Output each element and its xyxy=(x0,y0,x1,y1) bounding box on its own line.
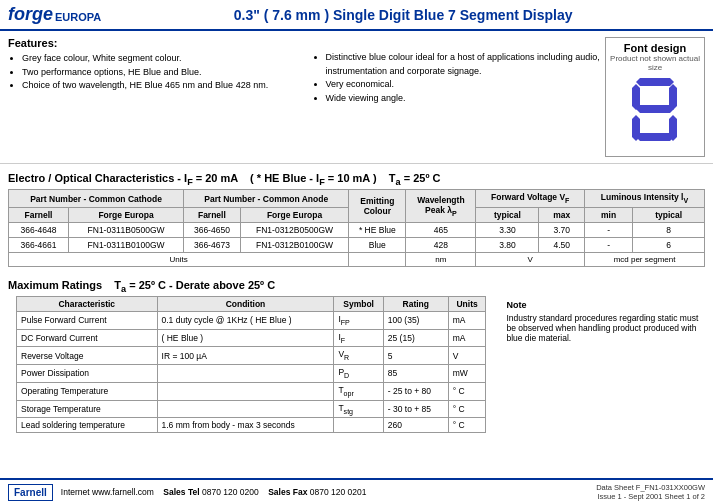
cell-farnell-2-2: 366-4673 xyxy=(184,237,241,252)
cell-forge-1-2: FN1-0312B0500GW xyxy=(240,222,349,237)
features-right: Distinctive blue colour ideal for a host… xyxy=(302,37,606,157)
footer-tel-label: Sales Tel xyxy=(163,487,199,497)
features-section: Features: Grey face colour, White segmen… xyxy=(0,31,713,164)
max-sym-5: Tstg xyxy=(334,400,383,418)
units-row: Units nm V mcd per segment xyxy=(9,252,705,266)
max-cond-2: IR = 100 µA xyxy=(157,347,334,365)
col-header-common-anode: Part Number - Common Anode xyxy=(184,190,349,208)
page-header: forge EUROPA 0.3" ( 7.6 mm ) Single Digi… xyxy=(0,0,713,31)
cell-lv-min-2: - xyxy=(585,237,633,252)
max-cond-0: 0.1 duty cycle @ 1KHz ( HE Blue ) xyxy=(157,312,334,330)
max-char-6: Lead soldering temperature xyxy=(17,418,158,433)
cell-farnell-2-1: 366-4661 xyxy=(9,237,69,252)
feature-item-4: Distinctive blue colour ideal for a host… xyxy=(326,51,606,78)
max-units-1: mA xyxy=(448,329,486,347)
max-rating-3: 85 xyxy=(383,365,448,383)
col-header-emitting: EmittingColour xyxy=(349,190,406,223)
page-footer: Farnell Internet www.farnell.com Sales T… xyxy=(0,478,713,504)
col-header-wavelength: WavelengthPeak λP xyxy=(406,190,476,223)
cell-lv-min-1: - xyxy=(585,222,633,237)
footer-datasheet: Data Sheet F_FN1-031XX00GW xyxy=(596,483,705,492)
cell-vf-typ-2: 3.80 xyxy=(476,237,539,252)
footer-internet-url: www.farnell.com xyxy=(92,487,154,497)
col-header-vf-typical: typical xyxy=(476,207,539,222)
max-col-condition: Condition xyxy=(157,297,334,312)
max-char-3: Power Dissipation xyxy=(17,365,158,383)
note-col: Note Industry standard procedures regard… xyxy=(502,296,705,433)
col-header-luminous: Luminous Intensity lV xyxy=(585,190,705,208)
cell-forge-2-2: FN1-0312B0100GW xyxy=(240,237,349,252)
table-row: Pulse Forward Current 0.1 duty cycle @ 1… xyxy=(17,312,486,330)
units-v: V xyxy=(476,252,585,266)
electro-section-title: Electro / Optical Characteristics - IF =… xyxy=(0,168,713,189)
max-cond-1: ( HE Blue ) xyxy=(157,329,334,347)
max-col-characteristic: Characteristic xyxy=(17,297,158,312)
max-ratings-section: Characteristic Condition Symbol Rating U… xyxy=(0,296,713,433)
cell-forge-2-1: FN1-0311B0100GW xyxy=(69,237,184,252)
svg-marker-6 xyxy=(636,133,674,141)
col-header-forge-1: Forge Europa xyxy=(69,207,184,222)
max-char-1: DC Forward Current xyxy=(17,329,158,347)
max-cond-6: 1.6 mm from body - max 3 seconds xyxy=(157,418,334,433)
max-ratings-table: Characteristic Condition Symbol Rating U… xyxy=(16,296,486,433)
units-label: Units xyxy=(9,252,349,266)
max-col-units: Units xyxy=(448,297,486,312)
table-row: Operating Temperature Topr - 25 to + 80 … xyxy=(17,382,486,400)
font-design-title: Font design xyxy=(624,42,686,54)
max-ratings-col: Characteristic Condition Symbol Rating U… xyxy=(8,296,494,433)
col-header-common-cathode: Part Number - Common Cathode xyxy=(9,190,184,208)
max-char-4: Operating Temperature xyxy=(17,382,158,400)
cell-vf-typ-1: 3.30 xyxy=(476,222,539,237)
max-units-2: V xyxy=(448,347,486,365)
table-row: Storage Temperature Tstg - 30 to + 85 ° … xyxy=(17,400,486,418)
col-header-forge-2: Forge Europa xyxy=(240,207,349,222)
note-heading: Note xyxy=(506,300,701,310)
max-sym-1: IF xyxy=(334,329,383,347)
cell-farnell-1-2: 366-4650 xyxy=(184,222,241,237)
cell-forge-1-1: FN1-0311B0500GW xyxy=(69,222,184,237)
table-row: Power Dissipation PD 85 mW xyxy=(17,365,486,383)
svg-marker-3 xyxy=(636,105,674,113)
footer-issue: Issue 1 - Sept 2001 Sheet 1 of 2 xyxy=(596,492,705,501)
table-row: DC Forward Current ( HE Blue ) IF 25 (15… xyxy=(17,329,486,347)
max-units-6: ° C xyxy=(448,418,486,433)
col-header-forward-voltage: Forward Voltage VF xyxy=(476,190,585,208)
col-header-farnell-1: Farnell xyxy=(9,207,69,222)
font-design-subtitle: Product not shown actual size xyxy=(610,54,700,72)
max-char-0: Pulse Forward Current xyxy=(17,312,158,330)
max-rating-5: - 30 to + 85 xyxy=(383,400,448,418)
footer-fax: 0870 120 0201 xyxy=(310,487,367,497)
feature-item-3: Choice of two wavelength, HE Blue 465 nm… xyxy=(22,79,302,93)
max-units-4: ° C xyxy=(448,382,486,400)
col-header-lv-min: min xyxy=(585,207,633,222)
max-col-rating: Rating xyxy=(383,297,448,312)
max-units-5: ° C xyxy=(448,400,486,418)
cell-lv-typ-2: 6 xyxy=(633,237,705,252)
units-nm: nm xyxy=(406,252,476,266)
cell-farnell-1-1: 366-4648 xyxy=(9,222,69,237)
cell-wavelength-1: 465 xyxy=(406,222,476,237)
note-text: Industry standard procedures regarding s… xyxy=(506,313,701,343)
svg-marker-1 xyxy=(632,84,640,110)
feature-item-2: Two performance options, HE Blue and Blu… xyxy=(22,66,302,80)
cell-vf-max-1: 3.70 xyxy=(539,222,585,237)
footer-text: Internet www.farnell.com Sales Tel 0870 … xyxy=(61,487,596,497)
cell-lv-typ-1: 8 xyxy=(633,222,705,237)
table-row: 366-4648 FN1-0311B0500GW 366-4650 FN1-03… xyxy=(9,222,705,237)
cell-vf-max-2: 4.50 xyxy=(539,237,585,252)
logo-europa: EUROPA xyxy=(55,11,101,23)
max-rating-2: 5 xyxy=(383,347,448,365)
max-rating-0: 100 (35) xyxy=(383,312,448,330)
max-rating-4: - 25 to + 80 xyxy=(383,382,448,400)
footer-internet-label: Internet xyxy=(61,487,90,497)
col-header-lv-typical: typical xyxy=(633,207,705,222)
feature-item-1: Grey face colour, White segment colour. xyxy=(22,52,302,66)
font-design-box: Font design Product not shown actual siz… xyxy=(605,37,705,157)
units-empty xyxy=(349,252,406,266)
feature-item-6: Wide viewing angle. xyxy=(326,92,606,106)
features-heading: Features: xyxy=(8,37,302,49)
table-row: Reverse Voltage IR = 100 µA VR 5 V xyxy=(17,347,486,365)
max-sym-0: IFP xyxy=(334,312,383,330)
feature-item-5: Very economical. xyxy=(326,78,606,92)
max-rating-6: 260 xyxy=(383,418,448,433)
